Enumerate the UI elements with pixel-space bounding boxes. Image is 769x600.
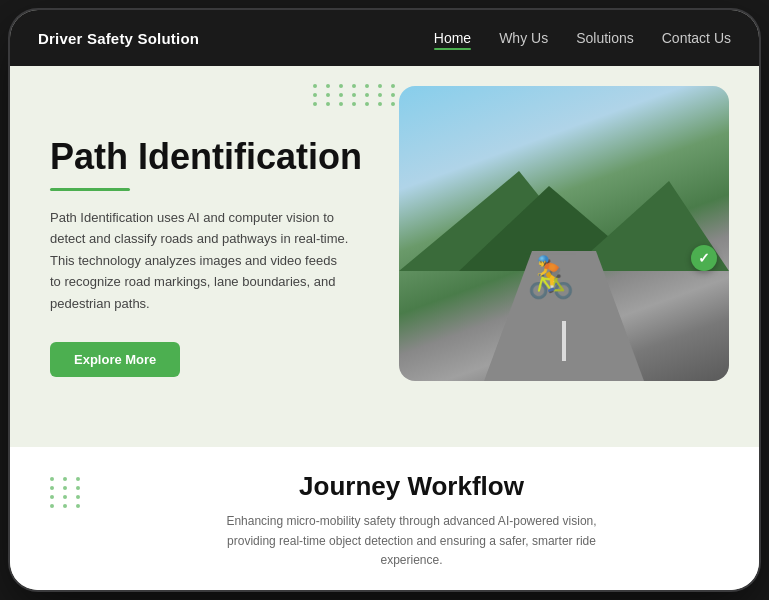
nav-links: Home Why Us Solutions Contact Us [434, 29, 731, 47]
road-line [562, 321, 566, 361]
hero-content: Path Identification Path Identification … [50, 136, 390, 377]
dot [378, 93, 382, 97]
lower-title: Journey Workflow [104, 471, 719, 502]
dot [313, 102, 317, 106]
dot [313, 84, 317, 88]
dot [50, 504, 54, 508]
dot [339, 84, 343, 88]
dot [63, 486, 67, 490]
dot [326, 93, 330, 97]
dot [76, 477, 80, 481]
dot [76, 495, 80, 499]
hero-image: 🚴 ✓ [399, 86, 729, 381]
dot [76, 486, 80, 490]
lower-description: Enhancing micro-mobility safety through … [212, 512, 612, 570]
dot-grid-decoration [313, 84, 399, 106]
dot [313, 93, 317, 97]
nav-item-solutions[interactable]: Solutions [576, 29, 634, 47]
nav-item-home[interactable]: Home [434, 29, 471, 47]
dot [50, 477, 54, 481]
nav-link-contact[interactable]: Contact Us [662, 30, 731, 46]
dot [63, 495, 67, 499]
dot [391, 93, 395, 97]
hero-description: Path Identification uses AI and computer… [50, 207, 350, 314]
dot [352, 84, 356, 88]
dot [391, 102, 395, 106]
lower-section: Journey Workflow Enhancing micro-mobilit… [10, 447, 759, 590]
dot [339, 93, 343, 97]
nav-brand: Driver Safety Solution [38, 30, 199, 47]
nav-link-whyus[interactable]: Why Us [499, 30, 548, 46]
dot [50, 486, 54, 490]
dot [339, 102, 343, 106]
hero-image-background: 🚴 ✓ [399, 86, 729, 381]
check-badge: ✓ [691, 245, 717, 271]
dot [391, 84, 395, 88]
nav-item-contact[interactable]: Contact Us [662, 29, 731, 47]
dot [326, 84, 330, 88]
dot [50, 495, 54, 499]
nav-item-whyus[interactable]: Why Us [499, 29, 548, 47]
dot [378, 84, 382, 88]
dot [365, 102, 369, 106]
hero-divider [50, 188, 130, 191]
dot [352, 102, 356, 106]
screen: Driver Safety Solution Home Why Us Solut… [10, 10, 759, 590]
navbar: Driver Safety Solution Home Why Us Solut… [10, 10, 759, 66]
dot [365, 93, 369, 97]
hero-section: Path Identification Path Identification … [10, 66, 759, 447]
explore-more-button[interactable]: Explore More [50, 342, 180, 377]
hero-title: Path Identification [50, 136, 390, 177]
cyclist-icon: 🚴 [526, 254, 576, 301]
dot-grid-left [50, 471, 84, 508]
nav-link-solutions[interactable]: Solutions [576, 30, 634, 46]
dot [378, 102, 382, 106]
nav-link-home[interactable]: Home [434, 30, 471, 46]
dot [326, 102, 330, 106]
dot [76, 504, 80, 508]
tablet-frame: Driver Safety Solution Home Why Us Solut… [10, 10, 759, 590]
dot [365, 84, 369, 88]
dot [352, 93, 356, 97]
dot [63, 504, 67, 508]
lower-text-block: Journey Workflow Enhancing micro-mobilit… [104, 471, 719, 570]
dot [63, 477, 67, 481]
